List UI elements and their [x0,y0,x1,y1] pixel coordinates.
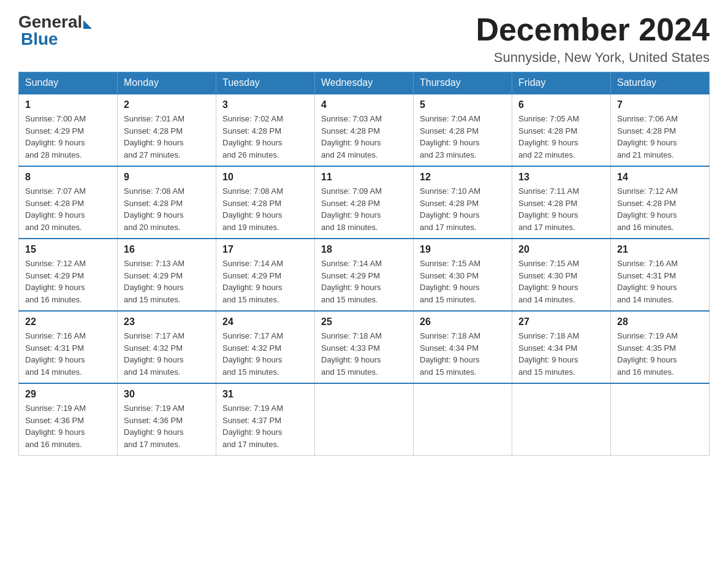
day-info: Sunrise: 7:15 AMSunset: 4:30 PMDaylight:… [420,258,506,305]
day-info: Sunrise: 7:15 AMSunset: 4:30 PMDaylight:… [518,258,604,305]
day-info: Sunrise: 7:12 AMSunset: 4:29 PMDaylight:… [25,258,111,305]
calendar-cell: 30Sunrise: 7:19 AMSunset: 4:36 PMDayligh… [118,383,216,456]
day-number: 31 [222,389,308,400]
calendar-week-row: 8Sunrise: 7:07 AMSunset: 4:28 PMDaylight… [19,166,710,239]
day-info: Sunrise: 7:18 AMSunset: 4:34 PMDaylight:… [518,330,604,378]
calendar-cell: 31Sunrise: 7:19 AMSunset: 4:37 PMDayligh… [216,383,315,456]
calendar-cell: 18Sunrise: 7:14 AMSunset: 4:29 PMDayligh… [315,239,414,311]
day-info: Sunrise: 7:17 AMSunset: 4:32 PMDaylight:… [124,330,210,378]
day-number: 6 [518,99,604,110]
calendar-cell: 12Sunrise: 7:10 AMSunset: 4:28 PMDayligh… [414,166,512,239]
calendar-cell: 26Sunrise: 7:18 AMSunset: 4:34 PMDayligh… [414,311,512,383]
calendar-cell: 8Sunrise: 7:07 AMSunset: 4:28 PMDaylight… [19,166,118,239]
day-number: 10 [222,172,308,183]
calendar-cell: 22Sunrise: 7:16 AMSunset: 4:31 PMDayligh… [19,311,118,383]
calendar-cell: 25Sunrise: 7:18 AMSunset: 4:33 PMDayligh… [315,311,414,383]
calendar-cell: 17Sunrise: 7:14 AMSunset: 4:29 PMDayligh… [216,239,315,311]
day-info: Sunrise: 7:10 AMSunset: 4:28 PMDaylight:… [420,185,506,233]
calendar-cell: 29Sunrise: 7:19 AMSunset: 4:36 PMDayligh… [19,383,118,456]
day-number: 3 [222,99,308,110]
page-header: General Blue December 2024 Sunnyside, Ne… [18,12,710,66]
day-info: Sunrise: 7:04 AMSunset: 4:28 PMDaylight:… [420,113,506,161]
day-number: 9 [124,172,210,183]
day-number: 16 [124,244,210,255]
calendar-header-tuesday: Tuesday [216,72,315,94]
day-info: Sunrise: 7:14 AMSunset: 4:29 PMDaylight:… [222,258,308,305]
calendar-header-row: SundayMondayTuesdayWednesdayThursdayFrid… [19,72,710,94]
calendar-cell: 5Sunrise: 7:04 AMSunset: 4:28 PMDaylight… [414,94,512,166]
day-number: 4 [321,99,407,110]
day-info: Sunrise: 7:12 AMSunset: 4:28 PMDaylight:… [617,185,703,233]
logo-arrow-icon [83,20,92,29]
calendar-week-row: 1Sunrise: 7:00 AMSunset: 4:29 PMDaylight… [19,94,710,166]
day-info: Sunrise: 7:05 AMSunset: 4:28 PMDaylight:… [518,113,604,161]
day-number: 22 [25,316,111,327]
day-info: Sunrise: 7:18 AMSunset: 4:34 PMDaylight:… [420,330,506,378]
day-number: 11 [321,172,407,183]
calendar-table: SundayMondayTuesdayWednesdayThursdayFrid… [18,72,710,456]
location-subtitle: Sunnyside, New York, United States [476,50,710,66]
logo-blue-text: Blue [21,29,58,49]
calendar-week-row: 22Sunrise: 7:16 AMSunset: 4:31 PMDayligh… [19,311,710,383]
calendar-header-wednesday: Wednesday [315,72,414,94]
calendar-week-row: 15Sunrise: 7:12 AMSunset: 4:29 PMDayligh… [19,239,710,311]
day-info: Sunrise: 7:11 AMSunset: 4:28 PMDaylight:… [518,185,604,233]
day-info: Sunrise: 7:19 AMSunset: 4:37 PMDaylight:… [222,402,308,450]
calendar-cell: 24Sunrise: 7:17 AMSunset: 4:32 PMDayligh… [216,311,315,383]
day-number: 1 [25,99,111,110]
day-info: Sunrise: 7:18 AMSunset: 4:33 PMDaylight:… [321,330,407,378]
day-info: Sunrise: 7:19 AMSunset: 4:36 PMDaylight:… [124,402,210,450]
calendar-cell: 10Sunrise: 7:08 AMSunset: 4:28 PMDayligh… [216,166,315,239]
calendar-cell: 9Sunrise: 7:08 AMSunset: 4:28 PMDaylight… [118,166,216,239]
day-number: 29 [25,389,111,400]
calendar-cell: 20Sunrise: 7:15 AMSunset: 4:30 PMDayligh… [512,239,611,311]
calendar-cell: 4Sunrise: 7:03 AMSunset: 4:28 PMDaylight… [315,94,414,166]
day-number: 12 [420,172,506,183]
logo: General Blue [18,12,92,49]
calendar-cell [611,383,710,456]
day-info: Sunrise: 7:17 AMSunset: 4:32 PMDaylight:… [222,330,308,378]
day-info: Sunrise: 7:03 AMSunset: 4:28 PMDaylight:… [321,113,407,161]
day-info: Sunrise: 7:09 AMSunset: 4:28 PMDaylight:… [321,185,407,233]
day-info: Sunrise: 7:06 AMSunset: 4:28 PMDaylight:… [617,113,703,161]
day-number: 24 [222,316,308,327]
day-number: 18 [321,244,407,255]
calendar-cell: 3Sunrise: 7:02 AMSunset: 4:28 PMDaylight… [216,94,315,166]
day-number: 25 [321,316,407,327]
calendar-header-monday: Monday [118,72,216,94]
calendar-cell: 1Sunrise: 7:00 AMSunset: 4:29 PMDaylight… [19,94,118,166]
day-number: 2 [124,99,210,110]
day-info: Sunrise: 7:01 AMSunset: 4:28 PMDaylight:… [124,113,210,161]
day-info: Sunrise: 7:00 AMSunset: 4:29 PMDaylight:… [25,113,111,161]
calendar-header-thursday: Thursday [414,72,512,94]
calendar-cell: 14Sunrise: 7:12 AMSunset: 4:28 PMDayligh… [611,166,710,239]
day-info: Sunrise: 7:19 AMSunset: 4:35 PMDaylight:… [617,330,703,378]
day-number: 5 [420,99,506,110]
calendar-header-friday: Friday [512,72,611,94]
day-number: 27 [518,316,604,327]
day-number: 13 [518,172,604,183]
day-number: 8 [25,172,111,183]
day-number: 28 [617,316,703,327]
calendar-cell: 21Sunrise: 7:16 AMSunset: 4:31 PMDayligh… [611,239,710,311]
day-number: 30 [124,389,210,400]
title-block: December 2024 Sunnyside, New York, Unite… [476,12,710,66]
calendar-cell: 7Sunrise: 7:06 AMSunset: 4:28 PMDaylight… [611,94,710,166]
calendar-cell: 2Sunrise: 7:01 AMSunset: 4:28 PMDaylight… [118,94,216,166]
day-info: Sunrise: 7:16 AMSunset: 4:31 PMDaylight:… [617,258,703,305]
day-number: 15 [25,244,111,255]
day-number: 23 [124,316,210,327]
day-info: Sunrise: 7:08 AMSunset: 4:28 PMDaylight:… [222,185,308,233]
calendar-cell: 15Sunrise: 7:12 AMSunset: 4:29 PMDayligh… [19,239,118,311]
calendar-cell: 28Sunrise: 7:19 AMSunset: 4:35 PMDayligh… [611,311,710,383]
calendar-cell: 23Sunrise: 7:17 AMSunset: 4:32 PMDayligh… [118,311,216,383]
calendar-cell [315,383,414,456]
calendar-cell: 16Sunrise: 7:13 AMSunset: 4:29 PMDayligh… [118,239,216,311]
calendar-header-sunday: Sunday [19,72,118,94]
day-info: Sunrise: 7:13 AMSunset: 4:29 PMDaylight:… [124,258,210,305]
day-number: 19 [420,244,506,255]
day-info: Sunrise: 7:02 AMSunset: 4:28 PMDaylight:… [222,113,308,161]
day-number: 21 [617,244,703,255]
calendar-cell: 11Sunrise: 7:09 AMSunset: 4:28 PMDayligh… [315,166,414,239]
calendar-header-saturday: Saturday [611,72,710,94]
